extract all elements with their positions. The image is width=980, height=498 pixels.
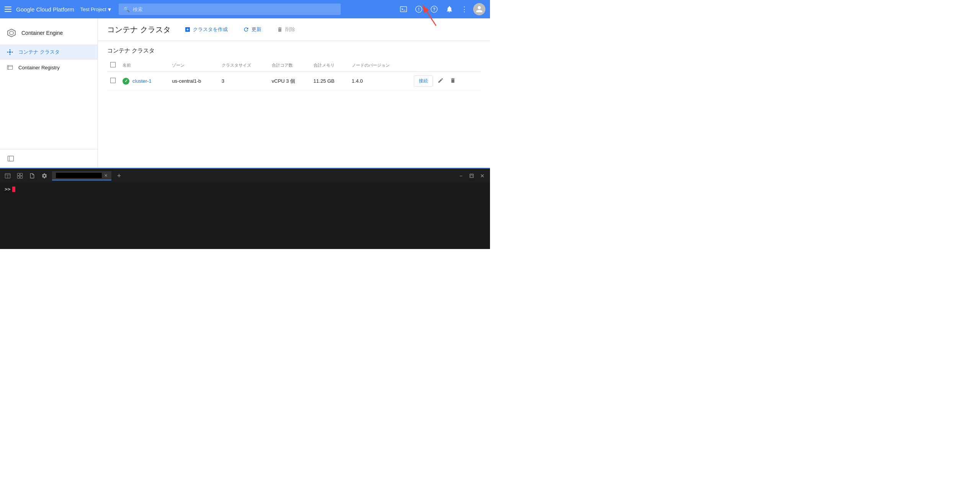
terminal-add-tab[interactable]: +	[114, 172, 124, 180]
project-name: Test Project	[80, 7, 106, 12]
svg-marker-8	[8, 29, 15, 37]
help-icon[interactable]: ?	[427, 2, 441, 16]
svg-rect-30	[17, 173, 20, 175]
terminal-prompt: >>	[5, 186, 485, 192]
cloud-shell-icon[interactable]	[397, 2, 410, 16]
refresh-button[interactable]: 更新	[238, 24, 266, 35]
terminal-split-icon[interactable]	[3, 173, 12, 179]
delete-button[interactable]: 削除	[272, 24, 300, 35]
cluster-size: 3	[219, 72, 269, 91]
terminal-wrapper: ✕ + − ✕ >>	[0, 168, 490, 249]
terminal-settings-icon[interactable]	[40, 173, 49, 179]
project-selector[interactable]: Test Project ▾	[80, 6, 111, 13]
more-options-icon[interactable]: ⋮	[458, 2, 472, 16]
col-actions	[411, 59, 481, 72]
cluster-cores: vCPU 3 個	[269, 72, 310, 91]
cluster-actions: 接続	[414, 75, 478, 87]
svg-rect-22	[8, 156, 14, 161]
svg-point-14	[12, 52, 13, 53]
table-area: コンテナ クラスタ 名前 ゾーン クラスタサイズ 合計コア数 合計メモリ ノード…	[98, 41, 490, 97]
create-cluster-button[interactable]: クラスタを作成	[180, 24, 232, 35]
sidebar: Container Engine コンテナ クラスタ	[0, 18, 98, 168]
hamburger-menu[interactable]	[5, 7, 11, 12]
svg-point-13	[7, 52, 8, 53]
terminal-right-icons: − ✕	[456, 171, 487, 180]
terminal-tab-close[interactable]: ✕	[104, 173, 108, 178]
cluster-icon	[6, 48, 14, 56]
main-content: コンテナ クラスタ クラスタを作成 更新 削除	[98, 18, 490, 168]
sidebar-collapse-icon[interactable]	[6, 154, 15, 163]
svg-text:?: ?	[433, 7, 436, 11]
svg-marker-9	[10, 31, 13, 35]
delete-row-icon[interactable]	[448, 76, 457, 87]
sidebar-section-header: Container Engine	[0, 21, 98, 44]
svg-rect-33	[20, 176, 23, 179]
sidebar-bottom	[0, 149, 98, 168]
cluster-table: 名前 ゾーン クラスタサイズ 合計コア数 合計メモリ ノードのバージョン	[107, 59, 481, 91]
svg-point-10	[9, 51, 11, 53]
sidebar-item-container-registry[interactable]: Container Registry	[0, 60, 98, 75]
terminal-tab[interactable]: ✕	[52, 171, 111, 180]
feedback-icon[interactable]: !	[412, 2, 426, 16]
prompt-symbol: >>	[5, 186, 11, 192]
brand-name: Google Cloud Platform	[16, 6, 74, 13]
main-layout: Container Engine コンテナ クラスタ	[0, 18, 490, 168]
search-icon: 🔍	[123, 6, 130, 12]
status-ok-icon: ✓	[122, 78, 129, 85]
terminal-grid-icon[interactable]	[15, 173, 24, 179]
sidebar-item-cluster-label: コンテナ クラスタ	[18, 49, 60, 56]
nav-icons: ! ? ⋮	[397, 2, 485, 16]
svg-point-11	[10, 49, 11, 51]
sidebar-item-container-cluster[interactable]: コンテナ クラスタ	[0, 44, 98, 60]
cluster-zone: us-central1-b	[169, 72, 218, 91]
connect-button[interactable]: 接続	[414, 75, 433, 87]
content-toolbar: コンテナ クラスタ クラスタを作成 更新 削除	[98, 18, 490, 41]
terminal-close-icon[interactable]: ✕	[478, 171, 487, 180]
cluster-name[interactable]: cluster-1	[132, 78, 152, 84]
col-name: 名前	[119, 59, 169, 72]
notifications-icon[interactable]	[443, 2, 456, 16]
cluster-node-version: 1.4.0	[349, 72, 411, 91]
svg-rect-31	[20, 173, 23, 175]
terminal-minimize-icon[interactable]: −	[456, 171, 466, 180]
page-title: コンテナ クラスタ	[107, 25, 171, 35]
search-bar[interactable]: 🔍	[119, 3, 341, 15]
top-nav: Google Cloud Platform Test Project ▾ 🔍 !	[0, 0, 490, 18]
svg-text:!: !	[418, 7, 420, 11]
col-zone: ゾーン	[169, 59, 218, 72]
select-all-checkbox[interactable]	[110, 62, 116, 67]
terminal-expand-icon[interactable]	[467, 171, 476, 180]
container-engine-icon	[6, 28, 17, 38]
table-row: ✓ cluster-1 us-central1-b 3 vCPU 3 個 11.…	[107, 72, 481, 91]
cluster-memory: 11.25 GB	[310, 72, 349, 91]
terminal-content[interactable]: >>	[0, 183, 490, 249]
col-memory: 合計メモリ	[310, 59, 349, 72]
edit-icon[interactable]	[436, 76, 445, 87]
search-input[interactable]	[133, 7, 336, 12]
avatar[interactable]	[473, 3, 485, 15]
svg-rect-19	[7, 66, 13, 70]
terminal-tab-label	[56, 173, 102, 178]
svg-point-12	[10, 54, 11, 55]
col-size: クラスタサイズ	[219, 59, 269, 72]
container-engine-label: Container Engine	[21, 30, 63, 36]
table-section-title: コンテナ クラスタ	[107, 47, 481, 54]
svg-rect-0	[400, 7, 407, 11]
chevron-down-icon: ▾	[108, 6, 111, 13]
row-checkbox[interactable]	[110, 78, 116, 83]
col-cores: 合計コア数	[269, 59, 310, 72]
sidebar-item-registry-label: Container Registry	[18, 65, 60, 70]
terminal-file-icon[interactable]	[28, 173, 37, 179]
registry-icon	[6, 64, 14, 71]
cluster-status-cell: ✓ cluster-1	[119, 72, 169, 91]
terminal-bar: ✕ + − ✕	[0, 168, 490, 183]
col-node-version: ノードのバージョン	[349, 59, 411, 72]
svg-rect-32	[17, 176, 20, 179]
terminal-cursor	[12, 187, 15, 192]
